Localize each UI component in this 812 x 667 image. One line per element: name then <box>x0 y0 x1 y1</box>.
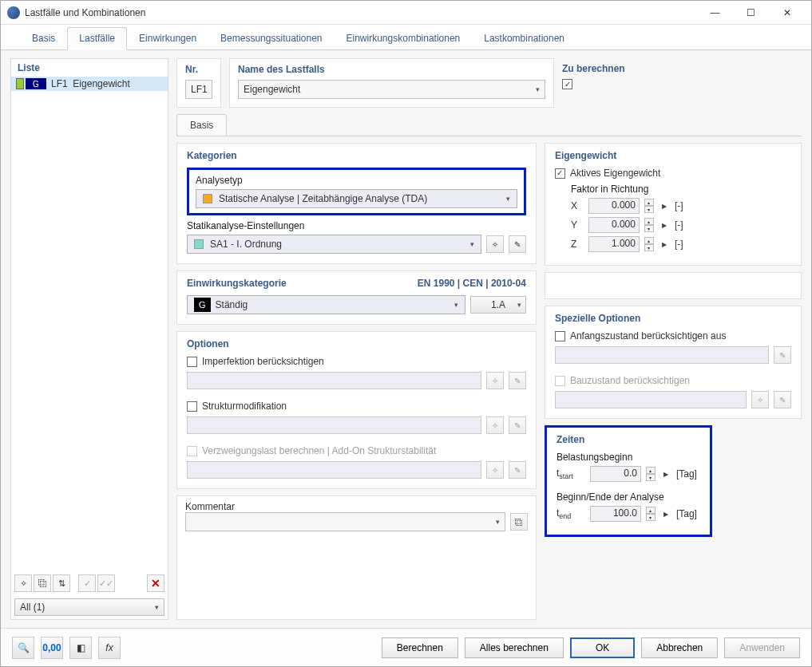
faktor-x-input[interactable]: 0.000 <box>588 198 640 214</box>
help-button[interactable]: 🔍 <box>12 637 34 659</box>
subtab-basis[interactable]: Basis <box>176 114 227 136</box>
einwirkung-class-dropdown[interactable]: 1.A <box>470 296 526 314</box>
imperfektion-new-button[interactable]: ✧ <box>486 372 504 389</box>
tstart-input[interactable]: 0.0 <box>590 466 641 482</box>
eigengewicht-checkbox[interactable]: ✓ <box>555 168 565 179</box>
verzweigung-checkbox <box>187 446 197 456</box>
kommentar-panel: Kommentar ⿻ <box>176 495 537 620</box>
imperfektion-input[interactable] <box>187 372 481 389</box>
name-input[interactable]: Eigengewicht <box>238 80 545 99</box>
calc-checkbox[interactable]: ✓ <box>562 79 572 89</box>
faktor-y-spinner[interactable]: ▴▾ <box>644 218 654 232</box>
kommentar-button[interactable]: ⿻ <box>510 513 528 531</box>
anfang-checkbox[interactable] <box>555 331 565 341</box>
eigengewicht-active-label: Aktives Eigengewicht <box>570 168 660 179</box>
list-item[interactable]: G LF1 Eigengewicht <box>11 77 168 91</box>
einwirkung-dropdown[interactable]: G Ständig <box>187 295 465 314</box>
imperfektion-checkbox[interactable] <box>187 357 197 367</box>
play-icon[interactable]: ▶ <box>662 241 667 248</box>
faktor-y-input[interactable]: 0.000 <box>588 217 640 233</box>
analysetyp-dropdown[interactable]: Statische Analyse | Zeitabhängige Analys… <box>196 189 517 208</box>
faktor-z-input[interactable]: 1.000 <box>588 236 640 252</box>
imperfektion-label: Imperfektion berücksichtigen <box>202 356 324 367</box>
imperfektion-edit-button[interactable]: ✎ <box>509 372 526 389</box>
name-value: Eigengewicht <box>244 84 300 95</box>
struktur-new-button[interactable]: ✧ <box>486 416 504 434</box>
content-area: Liste G LF1 Eigengewicht ✧ ⿻ ⇅ ✓ ✓✓ ✕ <box>1 50 811 628</box>
minimize-button[interactable]: — <box>697 2 733 24</box>
tend-unit: [Tag] <box>676 508 697 519</box>
einwirkung-title: Einwirkungskategorie <box>187 278 287 289</box>
new-button[interactable]: ✧ <box>14 574 32 592</box>
item-id: LF1 <box>51 78 68 89</box>
bauzustand-checkbox <box>555 376 565 386</box>
statik-edit-button[interactable]: ✎ <box>509 235 526 253</box>
tend-spinner[interactable]: ▴▾ <box>646 507 656 521</box>
faktor-z-spinner[interactable]: ▴▾ <box>644 237 654 251</box>
struktur-input[interactable] <box>187 416 481 434</box>
tend-input[interactable]: 100.0 <box>590 506 641 522</box>
tstart-spinner[interactable]: ▴▾ <box>646 467 656 481</box>
item-name: Eigengewicht <box>73 78 129 89</box>
check-button[interactable]: ✓ <box>78 574 96 592</box>
sidebar-toolbar: ✧ ⿻ ⇅ ✓ ✓✓ ✕ <box>11 571 168 595</box>
play-icon[interactable]: ▶ <box>663 471 668 478</box>
tab-einwirkungen[interactable]: Einwirkungen <box>127 27 208 49</box>
sort-button[interactable]: ⇅ <box>53 574 70 592</box>
analysetyp-value: Statische Analyse | Zeitabhängige Analys… <box>219 193 427 204</box>
kategorien-panel: Kategorien Analysetyp Statische Analyse … <box>176 143 537 264</box>
faktor-label: Faktor in Richtung <box>571 184 791 195</box>
kategorien-title: Kategorien <box>187 150 526 161</box>
kommentar-title: Kommentar <box>185 501 528 512</box>
checkall-button[interactable]: ✓✓ <box>97 574 115 592</box>
filter-dropdown[interactable]: All (1) <box>14 598 164 616</box>
statik-dropdown[interactable]: SA1 - I. Ordnung <box>187 235 481 254</box>
tool-button-1[interactable]: ◧ <box>69 637 92 659</box>
statik-label: Statikanalyse-Einstellungen <box>187 220 526 231</box>
anfang-edit-button[interactable]: ✎ <box>774 346 791 364</box>
tab-einwirkungskombi[interactable]: Einwirkungskombinationen <box>335 27 473 49</box>
filter-value: All (1) <box>20 602 45 613</box>
kommentar-input[interactable] <box>185 512 505 531</box>
subtab-bar: Basis <box>176 114 802 136</box>
abbrechen-button[interactable]: Abbrechen <box>641 637 718 658</box>
alles-berechnen-button[interactable]: Alles berechnen <box>465 637 564 658</box>
tab-basis[interactable]: Basis <box>20 27 67 49</box>
bauzustand-input <box>555 391 747 408</box>
tab-lastfaelle[interactable]: Lastfälle <box>67 27 127 50</box>
einwirkung-badge: G <box>194 298 211 312</box>
unit-y: [-] <box>675 219 683 231</box>
maximize-button[interactable]: ☐ <box>733 2 769 24</box>
unit-x: [-] <box>675 200 683 211</box>
nr-value: LF1 <box>191 84 208 95</box>
ok-button[interactable]: OK <box>570 637 635 658</box>
zeiten-title: Zeiten <box>557 434 700 445</box>
tab-bemessung[interactable]: Bemessungssituationen <box>208 27 334 49</box>
bauzustand-new-button: ✧ <box>751 391 769 408</box>
tab-lastkombi[interactable]: Lastkombinationen <box>472 27 576 49</box>
statik-new-button[interactable]: ✧ <box>486 235 504 253</box>
anfang-input[interactable] <box>555 346 769 364</box>
analysetyp-label: Analysetyp <box>196 175 517 186</box>
play-icon[interactable]: ▶ <box>662 203 667 210</box>
main-panel: Nr. LF1 Name des Lastfalls Eigengewicht … <box>176 58 802 620</box>
nr-input[interactable]: LF1 <box>185 80 212 99</box>
anwenden-button[interactable]: Anwenden <box>724 637 800 658</box>
play-icon[interactable]: ▶ <box>662 222 667 229</box>
units-button[interactable]: 0,00 <box>41 637 63 659</box>
berechnen-button[interactable]: Berechnen <box>382 637 458 658</box>
nr-group: Nr. LF1 <box>176 58 221 108</box>
struktur-label: Strukturmodifikation <box>202 401 287 412</box>
statik-field: Statikanalyse-Einstellungen SA1 - I. Ord… <box>187 220 526 254</box>
struktur-edit-button[interactable]: ✎ <box>509 416 526 434</box>
play-icon[interactable]: ▶ <box>663 511 668 518</box>
tool-button-2[interactable]: fx <box>98 637 121 659</box>
close-button[interactable]: ✕ <box>769 2 805 24</box>
delete-button[interactable]: ✕ <box>147 574 164 592</box>
tend-label: tend <box>557 507 585 520</box>
struktur-checkbox[interactable] <box>187 401 197 412</box>
faktor-x-spinner[interactable]: ▴▾ <box>644 199 654 213</box>
dialog-window: Lastfälle und Kombinationen — ☐ ✕ Basis … <box>0 0 812 667</box>
copy-button[interactable]: ⿻ <box>34 574 51 592</box>
sidebar-title: Liste <box>11 59 168 77</box>
